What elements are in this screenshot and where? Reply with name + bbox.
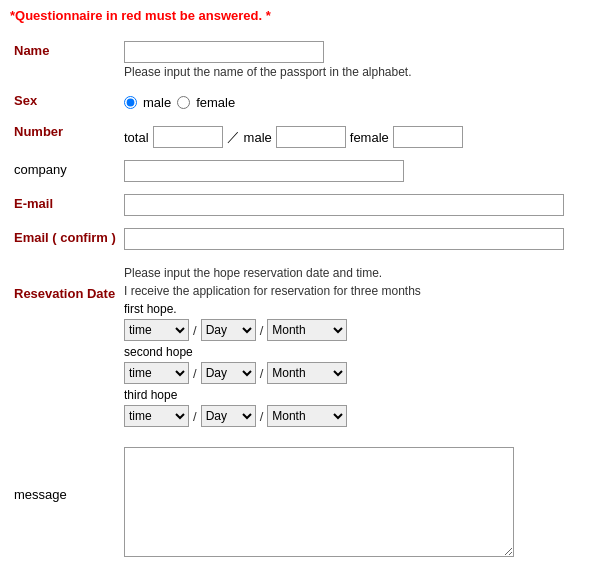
reservation-cell: Please input the hope reservation date a… [120,256,590,437]
sex-male-label: male [143,95,171,110]
second-hope-month-select[interactable]: Month JanuaryFebruaryMarch AprilMayJune … [267,362,347,384]
notice-text: *Questionnaire in red must be answered. [10,8,262,23]
message-cell [120,437,590,561]
total-label: total [124,130,149,145]
email-input[interactable] [124,194,564,216]
sep2-1: / [193,366,197,381]
reservation-hint1: Please input the hope reservation date a… [124,266,586,280]
second-hope-time-select[interactable]: time 9:0010:0011:00 12:0013:0014:00 15:0… [124,362,189,384]
number-cell: total ／ male female [120,116,590,154]
sep1-1: / [193,323,197,338]
company-input[interactable] [124,160,404,182]
third-hope-time-select[interactable]: time 9:0010:0011:00 12:0013:0014:00 15:0… [124,405,189,427]
email-row: E-mail [10,188,590,222]
reservation-label: Resevation Date [10,256,120,437]
sep3-1: / [193,409,197,424]
name-hint: Please input the name of the passport in… [124,65,586,79]
email-confirm-cell [120,222,590,256]
reservation-block: Please input the hope reservation date a… [124,262,586,427]
number-label: Number [10,116,120,154]
slash1: ／ [227,128,240,146]
first-hope-day-select[interactable]: Day 12345 678910 1112131415 1617181920 2… [201,319,256,341]
email-confirm-label: Email ( confirm ) [10,222,120,256]
notice-asterisk: * [266,8,271,23]
first-hope-label: first hope. [124,302,586,316]
sex-male-radio[interactable] [124,96,137,109]
message-textarea[interactable] [124,447,514,557]
female-label: female [350,130,389,145]
sex-female-label: female [196,95,235,110]
second-hope-label: second hope [124,345,586,359]
message-row: message [10,437,590,561]
form-table: Name Please input the name of the passpo… [10,35,590,561]
sex-female-radio[interactable] [177,96,190,109]
name-label: Name [10,35,120,85]
required-notice: *Questionnaire in red must be answered. … [10,8,590,23]
sex-radio-group: male female [124,91,586,110]
third-hope-label: third hope [124,388,586,402]
reservation-row: Resevation Date Please input the hope re… [10,256,590,437]
third-hope-day-select[interactable]: Day 12345 678910 1112131415 1617181920 2… [201,405,256,427]
first-hope-time-select[interactable]: time 9:0010:0011:00 12:0013:0014:00 15:0… [124,319,189,341]
company-cell [120,154,590,188]
email-confirm-row: Email ( confirm ) [10,222,590,256]
third-hope-month-select[interactable]: Month JanuaryFebruaryMarch AprilMayJune … [267,405,347,427]
sex-label: Sex [10,85,120,116]
sep2-2: / [260,366,264,381]
first-hope-date-row: time 9:0010:0011:00 12:0013:0014:00 15:0… [124,319,586,341]
name-input[interactable] [124,41,324,63]
number-male-input[interactable] [276,126,346,148]
message-label: message [10,437,120,561]
male-label: male [244,130,272,145]
number-row: Number total ／ male female [10,116,590,154]
number-inputs: total ／ male female [124,122,586,148]
company-label: company [10,154,120,188]
reservation-hint2: I receive the application for reservatio… [124,284,586,298]
second-hope-date-row: time 9:0010:0011:00 12:0013:0014:00 15:0… [124,362,586,384]
sex-row: Sex male female [10,85,590,116]
sex-cell: male female [120,85,590,116]
sep1-2: / [260,323,264,338]
email-cell [120,188,590,222]
name-cell: Please input the name of the passport in… [120,35,590,85]
third-hope-date-row: time 9:0010:0011:00 12:0013:0014:00 15:0… [124,405,586,427]
name-row: Name Please input the name of the passpo… [10,35,590,85]
email-label: E-mail [10,188,120,222]
sep3-2: / [260,409,264,424]
company-row: company [10,154,590,188]
email-confirm-input[interactable] [124,228,564,250]
number-total-input[interactable] [153,126,223,148]
first-hope-month-select[interactable]: Month JanuaryFebruaryMarch AprilMayJune … [267,319,347,341]
second-hope-day-select[interactable]: Day 12345 678910 1112131415 1617181920 2… [201,362,256,384]
number-female-input[interactable] [393,126,463,148]
